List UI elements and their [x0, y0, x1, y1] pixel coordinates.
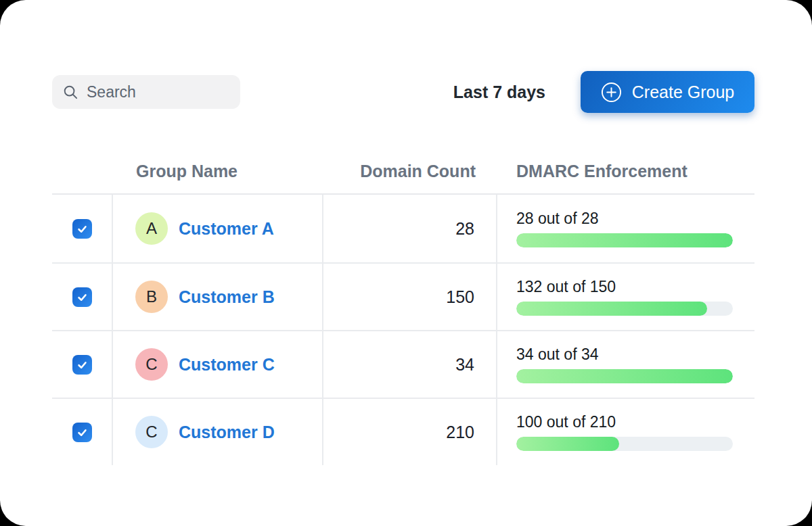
domain-count-value: 28: [455, 219, 474, 239]
avatar: B: [135, 281, 168, 313]
dmarc-enforcement-cell: 28 out of 28: [497, 195, 754, 262]
groups-table: Group Name Domain Count DMARC Enforcemen…: [52, 149, 754, 465]
avatar: A: [135, 212, 168, 245]
progress-bar-track: [516, 369, 733, 383]
table-row: C Customer D 210 100 out of 210: [52, 398, 754, 465]
domain-count-value: 210: [446, 423, 474, 442]
domain-count-cell: 28: [323, 195, 497, 262]
header-domain-count: Domain Count: [323, 149, 497, 193]
search-input[interactable]: [87, 83, 229, 101]
plus-circle-icon: [601, 82, 622, 103]
search-icon: [63, 85, 78, 100]
domain-count-cell: 150: [323, 264, 497, 330]
group-name-link[interactable]: Customer B: [179, 287, 275, 307]
header-dmarc-enforcement: DMARC Enforcement: [497, 149, 754, 193]
group-name-link[interactable]: Customer D: [179, 423, 275, 442]
enforcement-label: 28 out of 28: [516, 210, 733, 228]
dmarc-enforcement-cell: 132 out of 150: [497, 264, 754, 330]
checkmark-icon: [76, 359, 88, 370]
header-group-name: Group Name: [113, 149, 323, 193]
progress-bar-fill: [516, 302, 707, 316]
table-row: C Customer C 34 34 out of 34: [52, 330, 754, 398]
checkmark-icon: [76, 223, 88, 235]
toolbar: Last 7 days Create Group: [52, 71, 754, 113]
progress-bar-fill: [516, 233, 733, 247]
progress-bar-track: [516, 302, 733, 316]
progress-bar-track: [516, 233, 733, 247]
avatar: C: [135, 416, 168, 448]
domain-count-value: 34: [455, 355, 474, 375]
group-name-cell: B Customer B: [113, 264, 323, 330]
checkmark-icon: [76, 291, 88, 303]
enforcement-label: 100 out of 210: [516, 413, 733, 431]
table-header: Group Name Domain Count DMARC Enforcemen…: [52, 149, 754, 195]
table-row: B Customer B 150 132 out of 150: [52, 262, 754, 330]
group-name-link[interactable]: Customer A: [179, 219, 274, 239]
group-name-cell: A Customer A: [113, 195, 323, 262]
enforcement-label: 132 out of 150: [516, 278, 733, 296]
header-select-column: [52, 149, 113, 193]
row-checkbox[interactable]: [72, 219, 92, 239]
avatar: C: [135, 348, 168, 381]
dmarc-enforcement-cell: 100 out of 210: [497, 399, 754, 465]
table-row: A Customer A 28 28 out of 28: [52, 195, 754, 262]
search-box[interactable]: [52, 75, 240, 109]
date-range-filter[interactable]: Last 7 days: [453, 82, 545, 102]
create-group-label: Create Group: [632, 82, 734, 102]
checkmark-icon: [76, 427, 88, 438]
domain-count-cell: 210: [323, 399, 497, 465]
app-card: Last 7 days Create Group Group Name Doma…: [0, 0, 812, 526]
group-name-link[interactable]: Customer C: [179, 355, 275, 375]
group-name-cell: C Customer C: [113, 331, 323, 398]
enforcement-label: 34 out of 34: [516, 345, 733, 364]
row-checkbox[interactable]: [72, 355, 92, 375]
domain-count-cell: 34: [323, 331, 497, 398]
create-group-button[interactable]: Create Group: [581, 71, 754, 113]
domain-count-value: 150: [446, 287, 474, 307]
dmarc-enforcement-cell: 34 out of 34: [497, 331, 754, 398]
row-checkbox[interactable]: [72, 287, 92, 307]
select-cell: [52, 195, 113, 262]
table-body: A Customer A 28 28 out of 28 B Customer: [52, 195, 754, 465]
row-checkbox[interactable]: [72, 423, 92, 442]
progress-bar-fill: [516, 369, 733, 383]
select-cell: [52, 331, 113, 398]
select-cell: [52, 399, 113, 465]
select-cell: [52, 264, 113, 330]
group-name-cell: C Customer D: [113, 399, 323, 465]
progress-bar-fill: [516, 437, 619, 451]
progress-bar-track: [516, 437, 733, 451]
